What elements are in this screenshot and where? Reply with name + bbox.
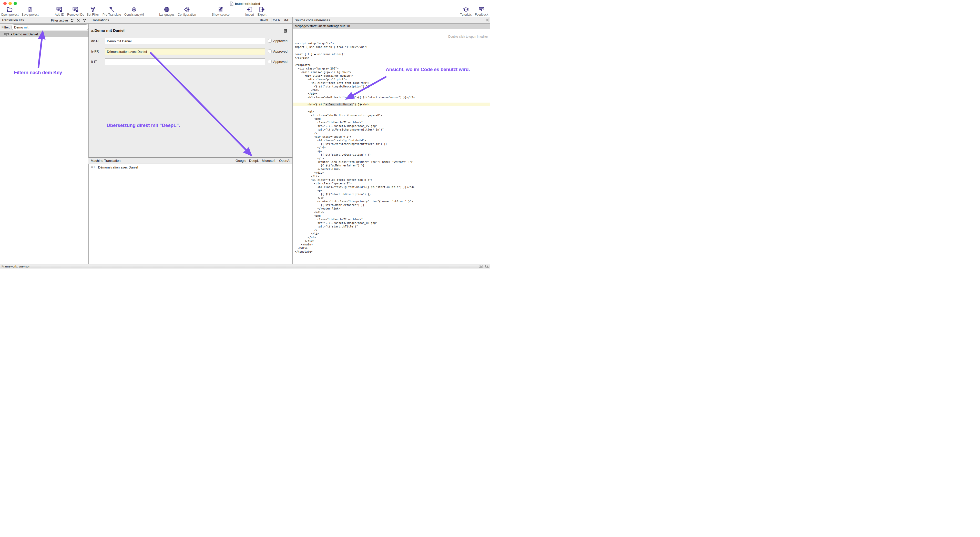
code-line: </p> xyxy=(293,156,490,160)
toolbar-export-button[interactable]: Export xyxy=(246,6,278,16)
approved-label: Approved xyxy=(273,39,288,43)
code-line: {{ $t("start.ukDescription") }} xyxy=(293,192,490,196)
mt-shortcut-badge: ⌘1 xyxy=(91,166,95,169)
translation-input-fr-FR[interactable] xyxy=(105,48,265,55)
code-line: {{ $t("a.Mehr erfahren") }} xyxy=(293,164,490,167)
code-line: <template> xyxy=(293,63,490,67)
code-line: {{ $t("start.vvDescription") }} xyxy=(293,153,490,156)
code-line: src="../../assets/images/mood_uk.jpg" xyxy=(293,221,490,225)
code-line: </li> xyxy=(293,174,490,178)
mt-provider-tab-google[interactable]: Google xyxy=(234,158,248,164)
filter-arrow xyxy=(38,33,43,67)
code-line: class="hidden h-72 md:block" xyxy=(293,121,490,124)
code-line: </div> xyxy=(293,171,490,174)
code-line: <ul> xyxy=(293,110,490,113)
code-line: </h1> xyxy=(293,88,490,92)
filter-active-label: Filter active xyxy=(51,19,68,22)
language-tab-it-IT[interactable]: it-IT xyxy=(282,17,293,23)
open-project-icon xyxy=(6,6,13,13)
mt-suggestion-row[interactable]: ⌘1 Démonstration avec Daniel xyxy=(91,166,138,169)
approved-checkbox-fr-FR[interactable] xyxy=(268,49,272,53)
comment-icon xyxy=(4,33,9,36)
code-line: import { useTranslation } from "i18next-… xyxy=(293,45,490,49)
code-line: class="hidden h-72 md:block" xyxy=(293,217,490,221)
filter-input[interactable] xyxy=(11,24,89,30)
code-line: <div class="pb-10 pt-4"> xyxy=(293,77,490,81)
chat-wave-icon[interactable] xyxy=(479,265,483,269)
code-line: <div class="space-y-2"> xyxy=(293,135,490,139)
code-line: <script setup lang="ts"> xyxy=(293,41,490,45)
translation-key-token[interactable]: a.Demo mit Daniel xyxy=(326,103,353,106)
source-file-reference[interactable]: src/pages/start/GuestStartPage.vue:18 xyxy=(293,24,490,29)
code-line: <img xyxy=(293,214,490,217)
code-line: :alt="t('start.ukTitle')" xyxy=(293,225,490,228)
mt-tab-separator xyxy=(277,158,277,163)
row-language-label: it-IT xyxy=(91,60,97,64)
code-line: {{ $t("start.myvbvDescription") }} xyxy=(293,84,490,88)
toolbar-show-source-button[interactable]: Show source xyxy=(205,6,237,16)
code-line: <p> xyxy=(293,189,490,192)
toolbar-consistencyai-button[interactable]: ConsistencyAI xyxy=(118,6,150,16)
filter-icon[interactable] xyxy=(83,19,86,22)
approved-checkbox-de-DE[interactable] xyxy=(268,39,272,43)
lang-tab-separator xyxy=(282,18,282,22)
svg-text:b: b xyxy=(231,3,232,5)
translation-input-it-IT[interactable] xyxy=(105,59,265,65)
code-line: {{ $t("a.Versicherungsvermittler/-in") }… xyxy=(293,142,490,146)
row-language-label: de-DE xyxy=(91,39,101,43)
code-line: </router-link> xyxy=(293,207,490,210)
language-tab-fr-FR[interactable]: fr-FR xyxy=(271,17,282,23)
babeledit-window: b babel-edit.babel Open projectSave proj… xyxy=(0,0,490,269)
code-line: </main> xyxy=(293,242,490,246)
source-file-reference-text: src/pages/start/GuestStartPage.vue:18 xyxy=(295,24,350,28)
row-language-label: fr-FR xyxy=(91,49,99,53)
consistency-ai-icon xyxy=(131,6,137,13)
toolbar-configuration-button[interactable]: Configuration xyxy=(171,6,203,16)
filter-annotation: Filtern nach dem Key xyxy=(14,70,62,75)
close-icon[interactable] xyxy=(485,18,490,22)
code-line: <div class="container-medium"> xyxy=(293,74,490,77)
code-line: <h1 class="text-left text-blue-900"> xyxy=(293,81,490,84)
mt-provider-tab-deepl[interactable]: DeepL xyxy=(248,158,260,164)
mt-provider-tab-openai[interactable]: OpenAI xyxy=(277,158,293,164)
code-line xyxy=(293,59,490,63)
code-line: </script> xyxy=(293,56,490,59)
toolbar-feedback-button[interactable]: Feedback xyxy=(466,6,490,16)
babel-file-icon: b xyxy=(230,2,234,6)
toolbar-save-project-button[interactable]: Save project xyxy=(14,6,46,16)
translations-title: Translations xyxy=(91,18,109,22)
code-line: /> xyxy=(293,228,490,232)
set-filter-icon xyxy=(89,6,96,13)
framework-label: Framework: vue-json xyxy=(2,265,30,268)
translation-ids-title: Translation IDs xyxy=(2,18,24,22)
pre-translate-icon xyxy=(108,6,115,13)
notepad-icon[interactable] xyxy=(283,29,287,33)
code-line: </template> xyxy=(293,250,490,253)
language-tab-de-DE[interactable]: de-DE xyxy=(258,17,271,23)
approved-label: Approved xyxy=(273,49,288,53)
translation-id-item[interactable]: a.Demo mit Daniel xyxy=(0,31,88,37)
save-project-icon xyxy=(27,6,33,13)
code-line: <router-link class="btn-primary" :to="{ … xyxy=(293,160,490,164)
code-line: <router-link class="btn-primary" :to="{ … xyxy=(293,199,490,203)
mt-suggestion-text[interactable]: Démonstration avec Daniel xyxy=(98,166,138,169)
code-line: </div> xyxy=(293,246,490,250)
approved-label: Approved xyxy=(273,60,288,64)
clear-filter-icon[interactable] xyxy=(76,19,80,22)
translation-input-de-DE[interactable] xyxy=(105,38,265,45)
code-line: <li class="mb-16 flex items-center gap-x… xyxy=(293,113,490,117)
code-line xyxy=(293,49,490,52)
code-line: </div> xyxy=(293,92,490,96)
approved-checkbox-it-IT[interactable] xyxy=(268,60,272,63)
refresh-icon[interactable] xyxy=(70,19,74,22)
mt-tab-separator xyxy=(234,158,234,163)
code-line: /> xyxy=(293,131,490,135)
code-annotation: Ansicht, wo im Code es benutzt wird. xyxy=(386,67,470,72)
chat-star-icon[interactable] xyxy=(485,265,490,269)
code-line: const { t } = useTranslation(); xyxy=(293,52,490,56)
main-toolbar: Open projectSave projectAdd IDRemove IDs… xyxy=(0,7,490,17)
code-line-highlighted: <h4>{{ $t("a.Demo mit Daniel") }}</h4> xyxy=(293,103,490,106)
source-code-view[interactable]: <script setup lang="ts">import { useTran… xyxy=(293,40,490,264)
mt-provider-tab-microsoft[interactable]: Microsoft xyxy=(260,158,277,164)
code-line: <div class="space-y-2"> xyxy=(293,182,490,185)
